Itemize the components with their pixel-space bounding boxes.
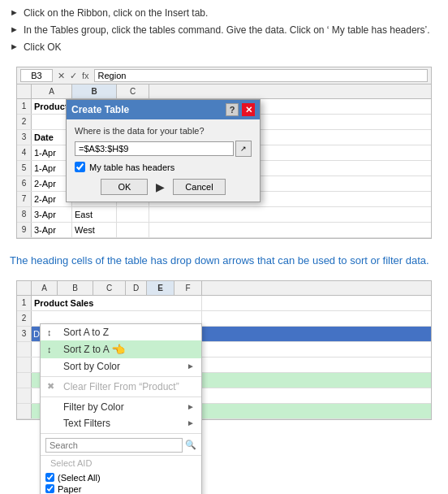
row-num-3: 3 <box>17 130 32 145</box>
check-select-all[interactable]: (Select All) <box>45 472 196 483</box>
dialog-cancel-button[interactable]: Cancel <box>173 179 225 195</box>
cell-reference[interactable]: B3 <box>20 69 53 82</box>
dialog-title: Create Table <box>71 104 129 115</box>
sort-za-icon: ↕ <box>47 344 58 354</box>
select-aid-item[interactable]: Select AID <box>41 456 201 470</box>
check-select-all-label: (Select All) <box>58 473 101 483</box>
sheet2-data-row-num-3 <box>17 373 32 388</box>
filter-by-color-label: Filter by Color <box>63 401 124 413</box>
menu-checklist: (Select All) Paper Pens <box>41 470 201 494</box>
cell-c9[interactable] <box>117 223 149 237</box>
sheet2-data-row-num-5 <box>17 404 32 418</box>
row-num-5: 5 <box>17 161 32 176</box>
filter-by-color-item[interactable]: Filter by Color ► <box>41 399 201 415</box>
dialog-headers-checkbox[interactable] <box>75 162 85 172</box>
row-num-9: 9 <box>17 223 32 237</box>
formula-bar: B3 ✕ ✓ fx Region <box>17 67 431 84</box>
col2-header-c: C <box>93 281 126 295</box>
sheet2-data-row-num-2 <box>17 358 32 372</box>
text-filters-item[interactable]: Text Filters ► <box>41 415 201 431</box>
row-num-1: 1 <box>17 99 32 114</box>
check-paper[interactable]: Paper <box>45 483 196 494</box>
cursor-icon: 👈 <box>111 343 125 356</box>
sheet2-data-row-num-4 <box>17 388 32 403</box>
cancel-formula-icon[interactable]: ✕ <box>56 71 67 81</box>
cell-c8[interactable] <box>117 207 149 222</box>
instruction-text-2: In the Tables group, click the tables co… <box>24 24 430 37</box>
sheet2-row-num-3: 3 <box>17 327 32 341</box>
instruction-1: ► Click on the Ribbon, click on the Inse… <box>10 6 438 20</box>
sort-az-label: Sort A to Z <box>63 327 109 338</box>
dialog-range-row: ↗ <box>75 141 252 157</box>
checkbox-select-all[interactable] <box>45 473 54 482</box>
sort-az-icon: ↕ <box>47 327 58 337</box>
cell-b8[interactable]: East <box>72 207 117 222</box>
row-num-7: 7 <box>17 192 32 206</box>
check-paper-label: Paper <box>58 484 81 494</box>
excel-area-2: A B C D E F 1 Product Sales 2 3 Da ▼ Reg… <box>16 280 432 420</box>
arrow-icon-1: ► <box>10 7 19 17</box>
sort-az-item[interactable]: ↕ Sort A to Z <box>41 324 201 340</box>
clear-filter-label: Clear Filter From “Product” <box>63 381 179 392</box>
col2-header-f: F <box>174 281 202 295</box>
dialog-ok-button[interactable]: OK <box>101 179 148 195</box>
dialog-body: Where is the data for your table? ↗ My t… <box>67 119 260 202</box>
dialog-checkbox-row: My table has headers <box>75 162 252 172</box>
search-input[interactable] <box>45 438 183 453</box>
sort-za-label: Sort Z to A <box>63 344 110 355</box>
column-headers: A B C <box>17 84 431 99</box>
col2-header-e: E <box>147 281 174 295</box>
col2-header-a: A <box>32 281 58 295</box>
clear-filter-item[interactable]: ✖ Clear Filter From “Product” <box>41 379 201 395</box>
select-aid-label: Select AID <box>50 458 92 468</box>
arrow-icon-2: ► <box>10 24 19 34</box>
sort-by-color-label: Sort by Color <box>63 361 120 372</box>
corner-cell-2 <box>17 281 32 295</box>
dialog-range-input[interactable] <box>75 141 234 156</box>
col-header-a: A <box>32 84 72 98</box>
col2-header-d: D <box>126 281 147 295</box>
cell-a8[interactable]: 3-Apr <box>32 207 72 222</box>
search-icon: 🔍 <box>185 440 196 450</box>
sheet2-data-row-num-1 <box>17 342 32 357</box>
sheet2-cell-a1[interactable]: Product Sales <box>32 296 202 310</box>
dialog-buttons: OK ▶ Cancel <box>75 179 252 195</box>
instruction-2: ► In the Tables group, click the tables … <box>10 24 438 37</box>
sheet2-row-num-1: 1 <box>17 296 32 310</box>
instruction-text-1: Click on the Ribbon, click on the Insert… <box>24 6 208 20</box>
arrow-icon-3: ► <box>10 41 19 51</box>
confirm-formula-icon[interactable]: ✓ <box>68 71 79 81</box>
sheet-row-8: 8 3-Apr East <box>17 207 431 223</box>
dialog-question-text: Where is the data for your table? <box>75 126 252 136</box>
row-num-2: 2 <box>17 115 32 129</box>
explanation-text: The heading cells of the table has drop … <box>0 247 448 275</box>
sheet-area-2: A B C D E F 1 Product Sales 2 3 Da ▼ Reg… <box>17 281 431 419</box>
instruction-3: ► Click OK <box>10 41 438 54</box>
dialog-checkbox-label: My table has headers <box>89 162 174 172</box>
fx-icon[interactable]: fx <box>80 71 91 80</box>
row-num-8: 8 <box>17 207 32 222</box>
sort-color-submenu-arrow: ► <box>187 362 195 370</box>
sort-by-color-item[interactable]: Sort by Color ► <box>41 358 201 375</box>
clear-filter-icon: ✖ <box>47 381 58 392</box>
corner-cell <box>17 84 32 98</box>
dialog-close-button[interactable]: ✕ <box>242 103 255 116</box>
sort-za-item[interactable]: ↕ Sort Z to A 👈 <box>41 340 201 358</box>
column-headers-2: A B C D E F <box>17 281 431 296</box>
instruction-text-3: Click OK <box>24 41 62 54</box>
text-filters-submenu-arrow: ► <box>187 418 195 427</box>
checkbox-paper[interactable] <box>45 484 54 493</box>
instructions-section: ► Click on the Ribbon, click on the Inse… <box>0 0 448 62</box>
cell-a9[interactable]: 3-Apr <box>32 223 72 237</box>
dialog-range-picker-button[interactable]: ↗ <box>235 141 252 157</box>
formula-icons: ✕ ✓ fx <box>56 71 91 81</box>
menu-search-row: 🔍 <box>41 436 201 456</box>
formula-input[interactable]: Region <box>94 69 428 82</box>
excel-area-1: B3 ✕ ✓ fx Region A B C 1 Product Sa 2 <box>16 67 432 239</box>
sheet2-row-1: 1 Product Sales <box>17 296 431 311</box>
cell-b9[interactable]: West <box>72 223 117 237</box>
menu-divider-3 <box>41 433 201 434</box>
col-header-b: B <box>72 84 117 98</box>
text-filters-label: Text Filters <box>63 418 110 429</box>
dialog-help-button[interactable]: ? <box>226 103 239 116</box>
